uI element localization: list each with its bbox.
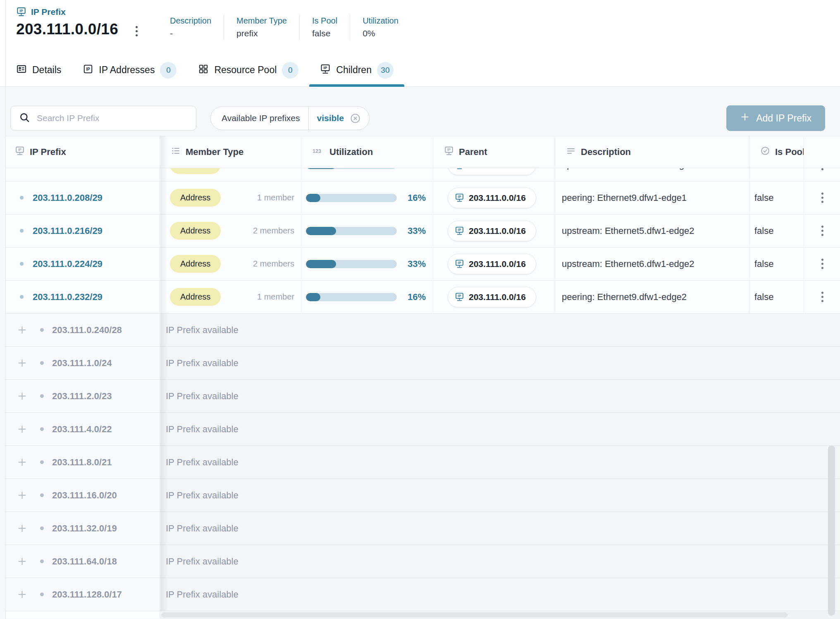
column-header-description[interactable]: Description [555, 136, 749, 168]
page-header: IP IP Prefix 203.111.0.0/16 Description … [0, 0, 840, 54]
member-type-badge: Address [170, 168, 221, 174]
resource-pool-grid-icon [198, 64, 209, 77]
prefix-link[interactable]: 203.111.0.224/29 [33, 259, 103, 269]
tab-count-badge: 0 [282, 62, 298, 79]
prefix-link[interactable]: 203.111.0.216/29 [33, 226, 103, 236]
member-type-badge: Address [170, 288, 221, 306]
add-child-prefix-button[interactable] [17, 556, 28, 567]
column-header-utilization[interactable]: 123 Utilization [301, 136, 433, 168]
ip-prefix-cell: 203.111.0.216/29 [6, 214, 160, 247]
row-actions-button[interactable] [819, 289, 826, 305]
filter-label: Available IP prefixes [222, 113, 300, 123]
horizontal-scrollbar[interactable] [161, 612, 788, 617]
column-header-actions [804, 136, 840, 168]
parent-cell: IP 203.111.0.0/16 [433, 281, 555, 313]
column-label: IP Prefix [30, 147, 66, 157]
utilization-bar [306, 227, 397, 235]
text-lines-icon [566, 146, 576, 158]
row-actions-button[interactable] [819, 168, 826, 173]
details-card-icon [16, 64, 27, 77]
description-cell: upstream: Ethernet5.dfw1-edge2 [555, 214, 749, 247]
prefix-link[interactable]: 203.111.0.232/29 [33, 292, 103, 302]
table-row: 203.111.0.200/29 Address 2 members 33% I… [6, 168, 840, 181]
member-type-badge: Address [170, 255, 221, 273]
property-member-type: Member Type prefix [224, 14, 299, 40]
tab-details[interactable]: Details [5, 54, 72, 86]
is-pool-value: false [754, 226, 773, 236]
filter-remove-button[interactable] [350, 113, 361, 124]
add-child-prefix-button[interactable] [17, 357, 28, 369]
add-child-prefix-button[interactable] [17, 390, 28, 402]
add-child-prefix-button[interactable] [17, 490, 28, 501]
tab-resource-pool[interactable]: Resource Pool 0 [187, 54, 309, 86]
parent-chip[interactable]: IP 203.111.0.0/16 [448, 168, 536, 175]
utilization-bar-fill [306, 168, 336, 169]
add-child-prefix-button[interactable] [17, 589, 28, 600]
ip-prefix-cell: 203.111.0.200/29 [6, 168, 160, 181]
column-header-parent[interactable]: IP Parent [433, 136, 555, 168]
prefix-link[interactable]: 203.111.0.208/29 [33, 193, 103, 203]
member-count: 1 member [257, 292, 294, 302]
ip-prefix-cell: 203.111.32.0/19 [6, 512, 160, 545]
add-child-prefix-button[interactable] [17, 424, 28, 435]
availability-note: IP Prefix available [166, 457, 239, 468]
add-child-prefix-button[interactable] [17, 457, 28, 468]
vertical-scrollbar[interactable] [828, 445, 835, 616]
property-label: Member Type [236, 14, 287, 27]
description-cell: peering: Ethernet9.dfw1-edge2 [555, 281, 749, 313]
description-text: peering: Ethernet9.dfw1-edge1 [562, 193, 687, 203]
add-child-prefix-button[interactable] [17, 523, 28, 534]
row-actions-button[interactable] [819, 223, 826, 238]
prefix-bullet-icon [40, 328, 44, 332]
ip-prefix-cell: 203.111.0.240/28 [6, 314, 160, 346]
availability-note-cell: IP Prefix available [160, 545, 840, 578]
availability-note-cell: IP Prefix available [160, 446, 840, 479]
breadcrumb[interactable]: IP IP Prefix [16, 7, 66, 17]
is-pool-value: false [754, 259, 773, 269]
column-header-is-pool[interactable]: Is Pool [749, 136, 804, 168]
row-actions-button[interactable] [819, 190, 826, 205]
utilization-value: 33% [408, 259, 426, 269]
member-count: 1 member [257, 193, 294, 202]
add-ip-prefix-button[interactable]: Add IP Prefix [726, 105, 825, 131]
title-actions-button[interactable] [134, 24, 139, 38]
row-actions-button[interactable] [819, 256, 826, 271]
parent-chip[interactable]: IP 203.111.0.0/16 [448, 221, 536, 241]
actions-cell [804, 168, 840, 181]
ip-prefix-icon: IP [16, 7, 26, 17]
availability-note-cell: IP Prefix available [160, 413, 840, 445]
ip-prefix-cell: 203.111.0.232/29 [6, 281, 160, 313]
member-type-cell: Address 2 members [160, 214, 301, 247]
svg-text:IP: IP [458, 195, 461, 199]
filter-chip-available-prefixes[interactable]: Available IP prefixes visible [210, 106, 370, 130]
tab-children[interactable]: IP Children 30 [309, 54, 404, 86]
description-text: upstream: Ethernet6.dfw1-edge1 [562, 168, 694, 170]
availability-note-cell: IP Prefix available [160, 479, 840, 512]
table-row: 203.111.0.232/29 Address 1 member 16% IP… [6, 281, 840, 314]
list-icon [171, 146, 181, 158]
tab-ip-addresses[interactable]: IP IP Addresses 0 [72, 54, 187, 86]
table-body: 203.111.0.200/29 Address 2 members 33% I… [6, 168, 840, 611]
utilization-cell: 33% [301, 214, 433, 247]
tab-count-badge: 30 [377, 62, 394, 79]
parent-chip[interactable]: IP 203.111.0.0/16 [448, 188, 536, 208]
column-label: Utilization [329, 147, 373, 157]
number-123-icon: 123 [312, 147, 325, 157]
column-header-member-type[interactable]: Member Type [160, 136, 301, 168]
prefix-bullet-icon [40, 394, 44, 398]
prefix-bullet-icon [40, 427, 44, 431]
prefix-link[interactable]: 203.111.0.200/29 [33, 168, 103, 170]
property-utilization: Utilization 0% [350, 14, 411, 40]
add-child-prefix-button[interactable] [17, 324, 28, 336]
available-prefix-label: 203.111.0.240/28 [52, 325, 122, 336]
parent-chip[interactable]: IP 203.111.0.0/16 [448, 287, 536, 307]
prefix-bullet-icon [40, 526, 44, 530]
prefix-bullet-icon [20, 262, 24, 266]
search-input[interactable] [36, 113, 189, 124]
availability-note: IP Prefix available [166, 325, 239, 336]
parent-chip[interactable]: IP 203.111.0.0/16 [448, 254, 536, 274]
column-header-ip-prefix[interactable]: IP IP Prefix [6, 136, 160, 168]
is-pool-cell: false [749, 214, 804, 247]
available-prefix-row: 203.111.1.0/24 IP Prefix available [6, 347, 840, 380]
filter-divider [308, 107, 309, 130]
